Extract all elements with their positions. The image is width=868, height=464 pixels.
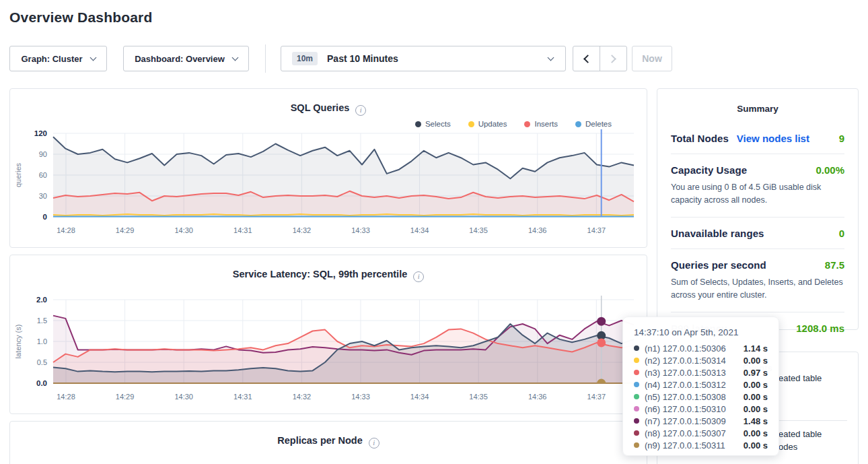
replicas-title: Replicas per Nodei bbox=[10, 422, 647, 449]
info-icon[interactable]: i bbox=[355, 105, 366, 116]
svg-text:14:29: 14:29 bbox=[116, 393, 135, 401]
tooltip-row: (n2) 127.0.0.1:503140.00 s bbox=[634, 354, 768, 366]
summary-row-capacity: Capacity Usage 0.00% You are using 0 B o… bbox=[671, 154, 844, 217]
capacity-description: You are using 0 B of 4.5 GiB usable disk… bbox=[671, 181, 844, 207]
svg-text:14:36: 14:36 bbox=[528, 226, 547, 234]
tooltip-row: (n4) 127.0.0.1:503120.00 s bbox=[634, 378, 768, 391]
graph-scope-dropdown[interactable]: Graph: Cluster bbox=[9, 46, 107, 71]
view-nodes-list-link[interactable]: View nodes list bbox=[737, 133, 809, 144]
svg-text:queries: queries bbox=[14, 162, 22, 187]
svg-text:14:37: 14:37 bbox=[587, 226, 606, 234]
series-dot bbox=[634, 370, 639, 375]
unavailable-ranges-value: 0 bbox=[839, 228, 844, 239]
sql-queries-panel: SQL Queriesi SelectsUpdatesInsertsDelete… bbox=[9, 88, 647, 248]
dashboard-dropdown[interactable]: Dashboard: Overview bbox=[123, 46, 249, 71]
info-icon[interactable]: i bbox=[413, 271, 424, 282]
event-row-fragment[interactable]: odes bbox=[779, 442, 797, 452]
summary-row-total-nodes: Total Nodes View nodes list 9 bbox=[671, 123, 844, 154]
svg-text:60: 60 bbox=[39, 171, 47, 179]
series-dot bbox=[634, 430, 639, 436]
svg-text:14:28: 14:28 bbox=[57, 226, 75, 234]
series-dot bbox=[634, 358, 639, 363]
info-icon[interactable]: i bbox=[369, 438, 379, 449]
qps-label: Queries per second bbox=[671, 259, 766, 271]
time-range-label: Past 10 Minutes bbox=[327, 53, 398, 64]
total-nodes-label: Total Nodes bbox=[671, 133, 729, 144]
service-latency-chart[interactable]: 14:2814:2914:3014:3114:3214:3314:3414:35… bbox=[10, 292, 643, 406]
dashboard-label: Dashboard: Overview bbox=[135, 54, 225, 64]
svg-text:14:33: 14:33 bbox=[351, 393, 370, 401]
tooltip-row: (n6) 127.0.0.1:503100.00 s bbox=[634, 403, 768, 415]
svg-text:14:34: 14:34 bbox=[410, 226, 429, 234]
toolbar-divider bbox=[265, 44, 266, 73]
series-dot bbox=[634, 418, 639, 424]
summary-row-qps: Queries per second 87.5 Sum of Selects, … bbox=[671, 248, 844, 312]
svg-text:0.5: 0.5 bbox=[37, 358, 47, 366]
svg-text:14:37: 14:37 bbox=[587, 393, 606, 401]
sql-queries-title: SQL Queriesi bbox=[10, 89, 647, 116]
series-dot bbox=[634, 442, 639, 448]
svg-text:1.0: 1.0 bbox=[37, 337, 47, 345]
chart-hover-tooltip: 14:37:10 on Apr 5th, 2021 (n1) 127.0.0.1… bbox=[622, 317, 779, 456]
series-dot bbox=[634, 345, 639, 351]
next-interval-button[interactable] bbox=[600, 46, 626, 71]
time-range-dropdown[interactable]: 10m Past 10 Minutes bbox=[281, 46, 566, 71]
svg-text:14:35: 14:35 bbox=[469, 393, 488, 401]
svg-text:14:32: 14:32 bbox=[293, 393, 312, 401]
qps-value: 87.5 bbox=[825, 259, 844, 271]
svg-text:1.5: 1.5 bbox=[37, 317, 47, 325]
capacity-value: 0.00% bbox=[816, 164, 844, 176]
tooltip-row: (n3) 127.0.0.1:503130.97 s bbox=[634, 366, 768, 378]
svg-text:0: 0 bbox=[43, 213, 47, 221]
page-title: Overview Dashboard bbox=[9, 9, 153, 26]
summary-panel: Summary Total Nodes View nodes list 9 Ca… bbox=[657, 88, 859, 330]
svg-text:2.0: 2.0 bbox=[36, 296, 47, 304]
chevron-down-icon bbox=[548, 54, 554, 61]
chevron-down-icon bbox=[89, 54, 96, 61]
qps-description: Sum of Selects, Updates, Inserts, and De… bbox=[671, 276, 844, 302]
event-row-fragment[interactable]: eated table bbox=[779, 429, 822, 439]
summary-row-unavailable: Unavailable ranges 0 bbox=[671, 217, 844, 248]
svg-text:14:31: 14:31 bbox=[233, 393, 252, 401]
svg-text:14:30: 14:30 bbox=[174, 393, 193, 401]
event-row-fragment[interactable]: eated table bbox=[779, 373, 822, 383]
svg-text:30: 30 bbox=[39, 192, 47, 200]
total-nodes-value: 9 bbox=[839, 133, 844, 144]
summary-title: Summary bbox=[671, 89, 844, 114]
tooltip-row: (n8) 127.0.0.1:503070.00 s bbox=[634, 427, 768, 439]
series-dot bbox=[634, 406, 639, 411]
capacity-label: Capacity Usage bbox=[671, 164, 747, 176]
tooltip-row: (n1) 127.0.0.1:503061.14 s bbox=[634, 342, 768, 354]
service-latency-title: Service Latency: SQL, 99th percentilei bbox=[10, 255, 647, 282]
svg-text:90: 90 bbox=[39, 150, 47, 158]
svg-text:latency (s): latency (s) bbox=[14, 325, 22, 359]
tooltip-row: (n5) 127.0.0.1:503080.00 s bbox=[634, 391, 768, 403]
svg-text:14:34: 14:34 bbox=[410, 393, 429, 401]
svg-text:120: 120 bbox=[34, 129, 47, 137]
svg-text:14:28: 14:28 bbox=[57, 393, 75, 401]
chevron-down-icon bbox=[231, 54, 238, 61]
sql-queries-chart[interactable]: 14:2814:2914:3014:3114:3214:3314:3414:35… bbox=[10, 125, 643, 240]
svg-text:0.0: 0.0 bbox=[36, 379, 47, 387]
now-button[interactable]: Now bbox=[632, 46, 672, 71]
svg-text:14:30: 14:30 bbox=[174, 226, 193, 234]
chevron-left-icon bbox=[583, 55, 592, 63]
svg-text:14:33: 14:33 bbox=[351, 226, 370, 234]
tooltip-timestamp: 14:37:10 on Apr 5th, 2021 bbox=[634, 327, 768, 337]
chevron-right-icon bbox=[608, 55, 616, 63]
tooltip-row: (n7) 127.0.0.1:503091.48 s bbox=[634, 415, 768, 427]
tooltip-rows: (n1) 127.0.0.1:503061.14 s(n2) 127.0.0.1… bbox=[634, 342, 768, 451]
svg-text:14:36: 14:36 bbox=[528, 393, 547, 401]
prev-interval-button[interactable] bbox=[573, 46, 600, 71]
graph-scope-label: Graph: Cluster bbox=[21, 54, 82, 64]
time-range-badge: 10m bbox=[292, 52, 318, 65]
svg-text:14:35: 14:35 bbox=[469, 226, 488, 234]
time-pager bbox=[573, 46, 627, 71]
series-dot bbox=[634, 394, 639, 399]
series-dot bbox=[634, 382, 639, 387]
p99-latency-value: 1208.0 ms bbox=[796, 323, 844, 334]
replicas-panel: Replicas per Nodei bbox=[9, 421, 647, 464]
service-latency-panel: Service Latency: SQL, 99th percentilei 1… bbox=[9, 255, 647, 414]
unavailable-ranges-label: Unavailable ranges bbox=[671, 228, 764, 239]
svg-text:14:32: 14:32 bbox=[293, 226, 312, 234]
